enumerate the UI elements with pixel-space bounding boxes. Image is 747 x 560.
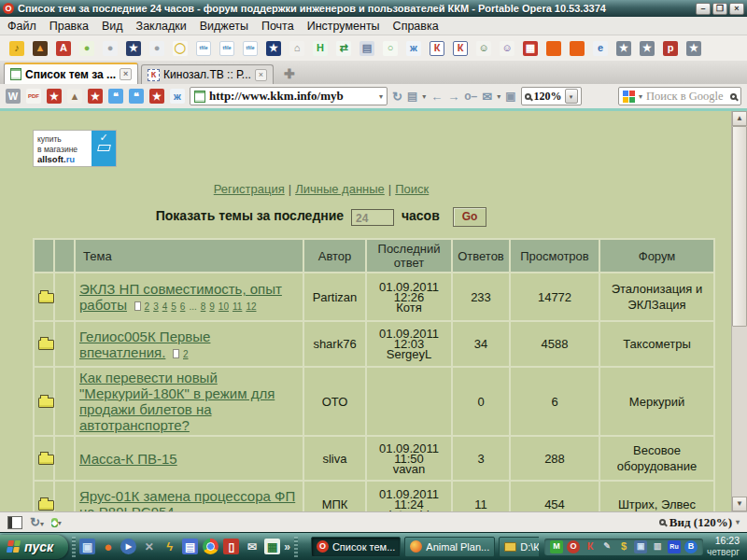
author-cell[interactable]: МПК <box>304 482 365 511</box>
tray-lang-icon[interactable]: Ru <box>668 540 681 553</box>
media-player-icon[interactable]: ▶ <box>120 539 136 554</box>
bookmark-apple-icon[interactable]: ○ <box>383 41 398 56</box>
bookmark-cup-icon-2[interactable]: ● <box>149 41 164 56</box>
key-icon[interactable]: o– <box>464 90 477 103</box>
red-star-icon-1[interactable]: ★ <box>47 89 62 104</box>
tab-close-icon[interactable]: × <box>120 68 132 80</box>
bookmark-p-red-icon[interactable]: p <box>663 41 678 56</box>
back-button[interactable]: ← <box>430 90 443 104</box>
forum-cell[interactable]: Эталонизация и ЭКЛЗация <box>600 273 713 320</box>
address-url[interactable]: http://www.kkm.info/myb <box>209 89 375 104</box>
tray-signal-icon[interactable]: ▥ <box>651 540 664 553</box>
last-user[interactable]: SergeyL <box>387 347 431 361</box>
tray-m-icon[interactable]: М <box>550 540 563 553</box>
bookmark-music-icon[interactable]: ♪ <box>9 41 24 56</box>
page-link[interactable]: 11 <box>233 301 242 312</box>
view-zoom-control[interactable]: Вид (120%) ▾ <box>659 515 740 530</box>
author-cell[interactable]: shark76 <box>304 322 365 366</box>
bookmark-kinozal-icon-1[interactable]: К <box>430 41 444 56</box>
last-user[interactable]: vavan <box>393 462 426 476</box>
bookmark-red-banner-icon[interactable]: ▦ <box>523 41 538 56</box>
opera-link-sync-icon[interactable]: ↻ <box>30 515 40 529</box>
page-link[interactable]: 5 <box>171 301 176 312</box>
floppy-icon[interactable]: ▤ <box>182 539 198 554</box>
forum-cell[interactable]: Весовое оборудование <box>600 437 713 480</box>
address-bar[interactable]: http://www.kkm.info/myb ▾ <box>190 87 388 105</box>
page-link[interactable]: 9 <box>209 301 215 312</box>
taskbar-clock[interactable]: 16:23 четверг <box>707 535 747 558</box>
reload-button[interactable]: ↻ <box>392 90 402 104</box>
page-link[interactable]: 2 <box>145 301 150 312</box>
red-doc-icon[interactable]: ▯ <box>223 539 239 554</box>
tray-app-icon[interactable]: ▣ <box>634 540 647 553</box>
vertical-scrollbar[interactable]: ▲ ▼ <box>731 111 747 511</box>
bookmark-green-ball-icon[interactable]: ● <box>79 41 94 56</box>
mail-icon[interactable]: ✉ <box>244 539 260 554</box>
tab-close-icon[interactable]: × <box>255 69 267 81</box>
topic-link[interactable]: Масса-К ПВ-15 <box>79 451 177 467</box>
wiki-w-icon[interactable]: W <box>6 89 21 104</box>
search-magnifier-icon[interactable] <box>730 93 737 100</box>
personal-data-link[interactable]: Личные данные <box>295 182 385 196</box>
page-link[interactable]: 4 <box>162 301 168 312</box>
forum-cell[interactable]: Штрих, Элвес <box>600 482 713 511</box>
bookmark-star-navy-icon-2[interactable]: ★ <box>266 41 281 56</box>
allsoft-banner[interactable]: купить в магазине allsoft.ru ✓ <box>33 130 117 167</box>
scroll-down-button[interactable]: ▼ <box>732 497 747 511</box>
page-link[interactable]: 6 <box>180 301 186 312</box>
bookmark-sprite-icon-1[interactable]: ☺ <box>476 41 491 56</box>
tab-kkm-topics[interactable]: Список тем за ... × <box>4 63 138 84</box>
last-user[interactable]: Intrepid <box>388 508 429 512</box>
page-link[interactable]: 10 <box>218 301 229 312</box>
menu-widgets[interactable]: Виджеты <box>200 20 248 33</box>
bookmark-green-n-icon[interactable]: Н <box>313 41 328 56</box>
bookmark-orange-icon-1[interactable] <box>546 41 561 56</box>
page-link[interactable]: 8 <box>201 301 206 312</box>
lightning-icon[interactable]: ϟ <box>162 539 177 554</box>
topic-link[interactable]: Гелиос005К Первые впечатления. <box>79 329 210 360</box>
new-tab-button[interactable]: ✚ <box>281 65 298 82</box>
bookmark-tfile-icon-2[interactable]: tfile <box>219 41 234 56</box>
page-link[interactable]: 3 <box>153 301 159 312</box>
zoom-dropdown-icon[interactable]: ▾ <box>565 89 578 104</box>
go-button[interactable]: Go <box>453 207 487 227</box>
minimize-button[interactable]: – <box>696 3 711 15</box>
bookmark-home-icon[interactable]: ⌂ <box>289 41 304 56</box>
firefox-icon[interactable]: ● <box>100 539 116 554</box>
bookmark-tfile-icon-3[interactable]: tfile <box>243 41 258 56</box>
menu-mail[interactable]: Почта <box>261 20 294 33</box>
bookmark-red-a-icon[interactable]: A <box>56 41 71 56</box>
image-dropdown-icon[interactable]: ▾ <box>422 92 426 101</box>
unite-dropdown-icon[interactable]: ▾ <box>58 519 62 527</box>
excel-doc-icon[interactable]: ▦ <box>264 539 280 554</box>
chat-bubble-icon-1[interactable]: ❝ <box>108 89 123 104</box>
topic-link[interactable]: Как перевести новый "Меркурий-180К" в ре… <box>79 370 275 433</box>
show-desktop-icon[interactable]: ▣ <box>79 539 95 554</box>
bookmark-star-grey-icon-3[interactable]: ★ <box>686 41 701 56</box>
mountain-icon[interactable]: ▲ <box>67 89 82 104</box>
bookmark-sprite-icon-2[interactable]: ☺ <box>500 41 514 56</box>
close-button[interactable]: × <box>729 3 744 15</box>
red-star-icon-3[interactable]: ★ <box>149 89 164 104</box>
chrome-icon[interactable] <box>203 539 218 554</box>
bookmark-star-grey-icon-2[interactable]: ★ <box>640 41 655 56</box>
sync-dropdown-icon[interactable]: ▾ <box>40 520 44 528</box>
tray-dollar-icon[interactable]: $ <box>617 540 630 553</box>
restore-button[interactable]: ❐ <box>712 3 727 15</box>
author-cell[interactable]: ОТО <box>304 368 365 435</box>
taskbar-window-firefox[interactable]: Animal Plan... <box>404 537 495 557</box>
bookmark-star-navy-icon[interactable]: ★ <box>126 41 141 56</box>
tray-feather-icon[interactable]: ✎ <box>600 540 613 553</box>
panels-toggle-icon[interactable] <box>7 516 22 529</box>
tray-k-icon[interactable]: К <box>584 540 597 553</box>
red-star-icon-2[interactable]: ★ <box>88 89 103 104</box>
menu-tools[interactable]: Инструменты <box>307 20 380 33</box>
author-cell[interactable]: Partizan <box>304 273 365 320</box>
bookmark-butterfly-icon[interactable]: ж <box>406 41 421 56</box>
scroll-up-button[interactable]: ▲ <box>732 111 747 126</box>
view-dropdown-icon[interactable]: ▾ <box>736 518 740 526</box>
send-mail-icon[interactable]: ✉ <box>482 90 492 104</box>
search-input[interactable]: ▾ Поиск в Google <box>618 87 741 105</box>
tray-opera-icon[interactable]: O <box>567 540 580 553</box>
quick-launch-more-icon[interactable]: » <box>284 540 290 553</box>
